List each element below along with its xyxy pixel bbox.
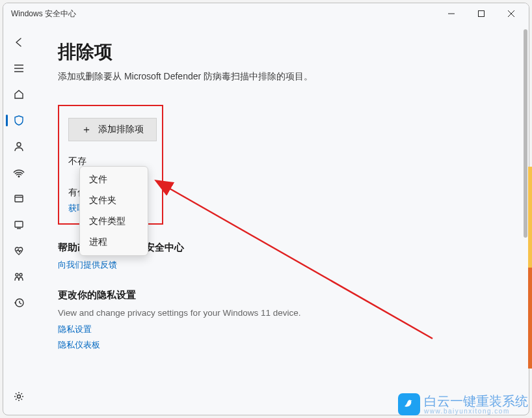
watermark-subtext: www.baiyunxitong.com xyxy=(424,408,528,415)
sidebar-firewall[interactable] xyxy=(6,161,32,184)
app-icon xyxy=(13,193,25,204)
dropdown-item-folder[interactable]: 文件夹 xyxy=(80,190,148,211)
page-title: 排除项 xyxy=(58,40,503,64)
svg-rect-1 xyxy=(479,11,485,17)
sidebar xyxy=(3,24,34,415)
dropdown-item-filetype[interactable]: 文件类型 xyxy=(80,211,148,232)
dropdown-item-file[interactable]: 文件 xyxy=(80,169,148,190)
close-button[interactable] xyxy=(496,3,526,24)
sidebar-family-options[interactable] xyxy=(6,265,32,288)
svg-point-7 xyxy=(17,143,21,146)
close-icon xyxy=(508,10,514,17)
watermark: 白云一键重装系统 www.baiyunxitong.com xyxy=(398,393,528,415)
svg-rect-9 xyxy=(15,195,23,202)
minimize-icon xyxy=(448,10,455,17)
privacy-dashboard-link[interactable]: 隐私仪表板 xyxy=(58,339,503,351)
heart-pulse-icon xyxy=(13,245,25,257)
bird-icon xyxy=(402,397,416,411)
accent-strip xyxy=(528,167,532,369)
person-icon xyxy=(13,141,25,152)
gear-icon xyxy=(13,391,25,402)
maximize-button[interactable] xyxy=(466,3,496,24)
device-icon xyxy=(13,219,25,230)
watermark-logo xyxy=(398,393,420,415)
menu-button[interactable] xyxy=(6,57,32,80)
scrollbar-thumb[interactable] xyxy=(524,29,527,238)
shield-icon xyxy=(13,115,25,126)
sidebar-home[interactable] xyxy=(6,83,32,106)
privacy-heading: 更改你的隐私设置 xyxy=(58,289,503,301)
wifi-icon xyxy=(13,167,25,178)
hamburger-icon xyxy=(13,63,25,74)
home-icon xyxy=(13,89,25,100)
window-title: Windows 安全中心 xyxy=(11,8,76,20)
history-icon xyxy=(13,297,25,309)
add-exclusion-button[interactable]: ＋ 添加排除项 xyxy=(68,118,157,141)
svg-point-8 xyxy=(18,176,20,177)
add-exclusion-label: 添加排除项 xyxy=(98,124,144,135)
svg-point-13 xyxy=(16,273,18,276)
sidebar-device-security[interactable] xyxy=(6,213,32,236)
plus-icon: ＋ xyxy=(81,123,92,137)
sidebar-settings[interactable] xyxy=(6,385,32,408)
sidebar-device-performance[interactable] xyxy=(6,239,32,262)
scrollbar-track[interactable] xyxy=(521,29,527,411)
feedback-link[interactable]: 向我们提供反馈 xyxy=(58,259,503,271)
sidebar-virus-protection[interactable] xyxy=(6,109,32,132)
family-icon xyxy=(13,271,25,283)
add-exclusion-dropdown: 文件 文件夹 文件类型 进程 xyxy=(79,166,148,256)
minimize-button[interactable] xyxy=(436,3,466,24)
privacy-settings-link[interactable]: 隐私设置 xyxy=(58,324,503,335)
svg-point-14 xyxy=(20,273,22,276)
page-description: 添加或删除要从 Microsoft Defender 防病毒扫描中排除的项目。 xyxy=(58,71,503,83)
back-arrow-icon xyxy=(13,36,25,48)
back-button[interactable] xyxy=(6,31,32,54)
titlebar: Windows 安全中心 xyxy=(3,3,529,24)
svg-rect-11 xyxy=(15,221,23,227)
privacy-body: View and change privacy settings for you… xyxy=(58,307,503,320)
watermark-text: 白云一键重装系统 xyxy=(424,395,528,408)
sidebar-app-browser[interactable] xyxy=(6,187,32,210)
svg-point-16 xyxy=(18,395,21,398)
dropdown-item-process[interactable]: 进程 xyxy=(80,232,148,253)
security-center-window: Windows 安全中心 xyxy=(3,3,529,415)
sidebar-protection-history[interactable] xyxy=(6,291,32,314)
maximize-icon xyxy=(478,10,485,17)
privacy-section: 更改你的隐私设置 View and change privacy setting… xyxy=(58,289,503,351)
sidebar-account-protection[interactable] xyxy=(6,135,32,158)
